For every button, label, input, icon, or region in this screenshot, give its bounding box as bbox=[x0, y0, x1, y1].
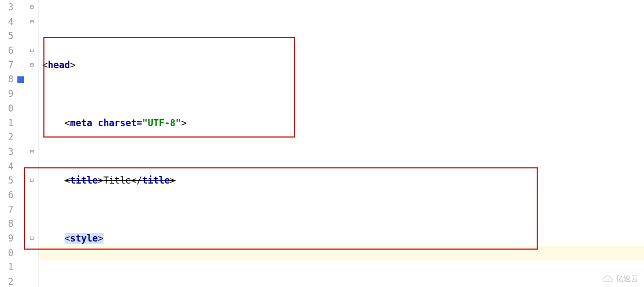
fold-toggle-icon[interactable]: ⊟ bbox=[29, 4, 35, 10]
breakpoint-column[interactable] bbox=[15, 0, 27, 287]
line-number: 3 bbox=[0, 145, 14, 159]
line-number: 2 bbox=[0, 275, 14, 287]
fold-column[interactable]: ⊟⊟⊟⊟⊟⊟⊟ bbox=[27, 0, 39, 287]
line-number: 4 bbox=[0, 159, 14, 174]
code-line[interactable]: <meta charset="UTF-8"> bbox=[42, 116, 644, 131]
svg-point-1 bbox=[608, 279, 609, 281]
line-number: 8 bbox=[0, 217, 14, 231]
fold-toggle-icon[interactable]: ⊟ bbox=[29, 235, 35, 242]
code-line[interactable]: <head> bbox=[42, 58, 644, 73]
line-number: 0 bbox=[0, 246, 14, 260]
code-line[interactable]: <title>Title</title> bbox=[42, 173, 644, 188]
line-number: 5 bbox=[0, 173, 14, 188]
line-number: 1 bbox=[0, 260, 14, 275]
watermark: 亿速云 bbox=[602, 274, 639, 284]
fold-toggle-icon[interactable]: ⊟ bbox=[29, 62, 35, 68]
line-number: 8 bbox=[0, 72, 14, 87]
fold-toggle-icon[interactable]: ⊟ bbox=[29, 18, 35, 25]
code-editor[interactable]: 34567890123456789012 ⊟⊟⊟⊟⊟⊟⊟ <head> <met… bbox=[0, 0, 644, 287]
line-number: 9 bbox=[0, 87, 14, 101]
line-number: 1 bbox=[0, 116, 14, 131]
line-number: 4 bbox=[0, 15, 14, 29]
svg-point-0 bbox=[606, 279, 607, 281]
fold-toggle-icon[interactable]: ⊟ bbox=[29, 148, 35, 155]
line-number: 3 bbox=[0, 0, 14, 15]
line-number: 7 bbox=[0, 203, 14, 217]
code-area[interactable]: <head> <meta charset="UTF-8"> <title>Tit… bbox=[39, 0, 644, 287]
fold-toggle-icon[interactable]: ⊟ bbox=[29, 177, 35, 184]
line-number: 6 bbox=[0, 43, 14, 58]
line-number: 5 bbox=[0, 29, 14, 43]
line-number: 2 bbox=[0, 130, 14, 145]
line-number: 6 bbox=[0, 188, 14, 203]
line-number-gutter: 34567890123456789012 bbox=[0, 0, 15, 287]
fold-toggle-icon[interactable]: ⊟ bbox=[29, 47, 35, 54]
cloud-icon bbox=[602, 275, 614, 283]
line-number: 0 bbox=[0, 101, 14, 116]
line-number: 9 bbox=[0, 231, 14, 246]
breakpoint-marker[interactable] bbox=[17, 76, 24, 83]
line-number: 7 bbox=[0, 58, 14, 73]
code-line[interactable]: <style> bbox=[42, 231, 644, 246]
current-line-highlight bbox=[39, 246, 644, 260]
